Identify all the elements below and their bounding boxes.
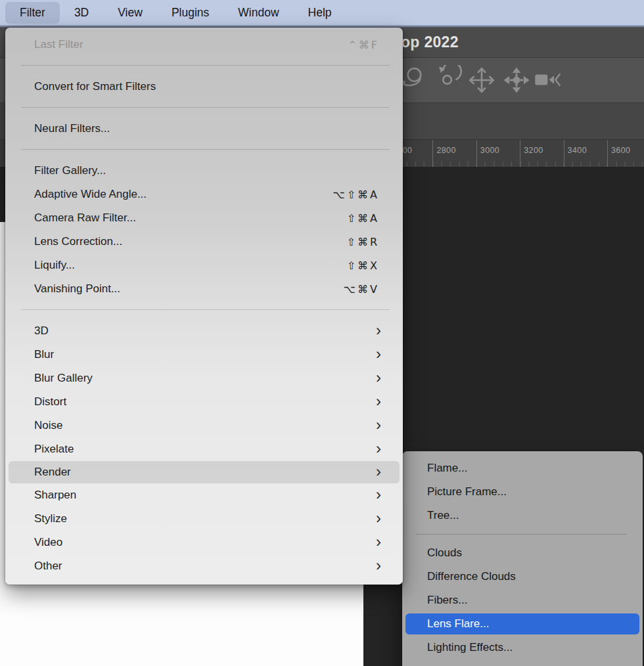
menu-bar: Filter3DViewPluginsWindowHelp [0,0,644,25]
filter-menu-item-other[interactable]: Other› [5,554,403,578]
ruler-tick-label: 2800 [436,146,455,155]
menu-item-shortcut: ⌃⌘F [348,39,379,51]
ruler-major-tick [564,140,564,167]
render-menu-item-fibers[interactable]: Fibers... [402,588,643,612]
filter-menu-item-lens-correction[interactable]: Lens Correction...⇧⌘R [5,230,403,254]
filter-menu-item-blur[interactable]: Blur› [5,343,403,366]
menu-item-label: Adaptive Wide Angle... [34,188,147,201]
render-menu-item-picture-frame[interactable]: Picture Frame... [402,480,643,504]
menu-item-label: Clouds [427,546,462,560]
ruler-tick-label: 3600 [611,146,630,155]
filter-menu-item-convert-for-smart-filters[interactable]: Convert for Smart Filters [5,75,403,99]
filter-menu-item-filter-gallery[interactable]: Filter Gallery... [5,159,403,183]
menu-item-label: Camera Raw Filter... [34,211,136,225]
menubar-item-filter[interactable]: Filter [5,2,60,24]
menubar-item-view[interactable]: View [103,2,157,24]
dolly-3d-camera-icon[interactable] [501,65,532,95]
menu-item-label: Difference Clouds [427,570,516,583]
render-menu-item-tree[interactable]: Tree... [402,504,643,527]
submenu-chevron-icon: › [376,417,381,433]
menubar-item-plugins[interactable]: Plugins [157,2,223,24]
filter-menu-item-render[interactable]: Render› [9,461,400,483]
ruler-major-tick [520,140,520,167]
menu-item-label: Vanishing Point... [34,282,120,296]
menu-item-label: Stylize [34,512,67,525]
menu-item-shortcut: ⌥⇧⌘A [333,189,379,201]
ruler-tick-label: 3200 [524,146,543,155]
render-menu-item-flame[interactable]: Flame... [402,456,643,480]
menu-item-label: Blur Gallery [34,372,93,385]
menu-item-label: Fibers... [427,594,467,607]
menu-divider [21,149,390,150]
screen: op 2022 260028003000320034003600 Filter3… [0,0,644,666]
camera-icon[interactable] [534,65,564,95]
menu-item-label: Flame... [427,462,467,475]
menu-item-label: Lens Correction... [34,235,122,248]
ruler-major-tick [476,140,477,167]
menu-item-label: Lighting Effects... [427,641,513,654]
filter-menu-item-neural-filters[interactable]: Neural Filters... [5,117,403,141]
render-menu-item-lens-flare[interactable]: Lens Flare... [405,613,639,634]
filter-menu-item-last-filter: Last Filter⌃⌘F [5,33,403,56]
filter-menu-item-blur-gallery[interactable]: Blur Gallery› [5,366,403,390]
ruler-tick-label: 3000 [480,146,499,155]
filter-menu-item-pixelate[interactable]: Pixelate› [5,437,403,461]
submenu-chevron-icon: › [376,534,381,550]
menubar-item-window[interactable]: Window [223,2,293,24]
menu-item-shortcut: ⇧⌘R [346,236,379,248]
filter-menu-item-3d[interactable]: 3D› [5,319,403,343]
menu-item-label: 3D [34,324,49,338]
render-menu-item-clouds[interactable]: Clouds [402,541,643,565]
submenu-chevron-icon: › [376,487,381,502]
filter-menu-item-sharpen[interactable]: Sharpen› [5,483,403,507]
filter-menu-item-liquify[interactable]: Liquify...⇧⌘X [5,254,403,277]
render-submenu: Flame...Picture Frame...Tree...CloudsDif… [402,451,643,666]
submenu-chevron-icon: › [376,322,381,338]
submenu-chevron-icon: › [376,441,381,456]
menu-divider [21,65,390,66]
filter-menu-item-distort[interactable]: Distort› [5,390,403,414]
menu-item-label: Video [34,536,62,549]
menu-item-label: Lens Flare... [427,617,490,631]
menu-item-label: Distort [34,395,66,409]
menu-item-label: Tree... [427,509,459,522]
menu-divider [415,534,627,535]
menubar-item-3d[interactable]: 3D [60,2,103,24]
menu-item-label: Sharpen [34,489,76,502]
filter-menu-item-adaptive-wide-angle[interactable]: Adaptive Wide Angle...⌥⇧⌘A [5,183,403,206]
menubar-item-help[interactable]: Help [294,2,346,24]
render-menu-item-difference-clouds[interactable]: Difference Clouds [402,565,643,588]
menu-divider [21,107,390,108]
render-menu-item-lighting-effects[interactable]: Lighting Effects... [402,636,643,659]
filter-menu-item-video[interactable]: Video› [5,531,403,554]
menu-item-label: Blur [34,348,54,361]
ruler-tick-label: 3400 [568,146,587,155]
menu-item-label: Neural Filters... [34,122,110,135]
orbit-3d-camera-icon[interactable] [432,65,462,95]
pan-3d-camera-icon[interactable] [467,65,497,95]
filter-menu: Last Filter⌃⌘FConvert for Smart FiltersN… [5,28,403,585]
submenu-chevron-icon: › [376,393,381,409]
window-title: op 2022 [401,33,459,51]
menu-item-label: Last Filter [34,38,83,51]
menu-item-label: Liquify... [34,259,75,272]
menu-item-label: Picture Frame... [427,485,507,499]
menu-item-label: Render [34,466,71,479]
menu-item-shortcut: ⇧⌘X [347,259,379,272]
menu-item-label: Other [34,560,62,573]
ruler-major-tick [607,140,608,167]
menu-item-label: Pixelate [34,443,74,456]
menu-item-shortcut: ⇧⌘A [347,212,379,225]
submenu-chevron-icon: › [376,370,381,386]
filter-menu-item-stylize[interactable]: Stylize› [5,507,403,531]
submenu-chevron-icon: › [376,346,381,362]
submenu-chevron-icon: › [376,510,381,526]
filter-menu-item-vanishing-point[interactable]: Vanishing Point...⌥⌘V [5,277,403,301]
ruler-major-tick [432,140,433,167]
menu-item-label: Filter Gallery... [34,164,106,177]
menu-divider [21,309,390,310]
menu-item-label: Noise [34,419,62,432]
submenu-chevron-icon: › [376,558,381,573]
filter-menu-item-noise[interactable]: Noise› [5,414,403,437]
filter-menu-item-camera-raw-filter[interactable]: Camera Raw Filter...⇧⌘A [5,206,403,230]
